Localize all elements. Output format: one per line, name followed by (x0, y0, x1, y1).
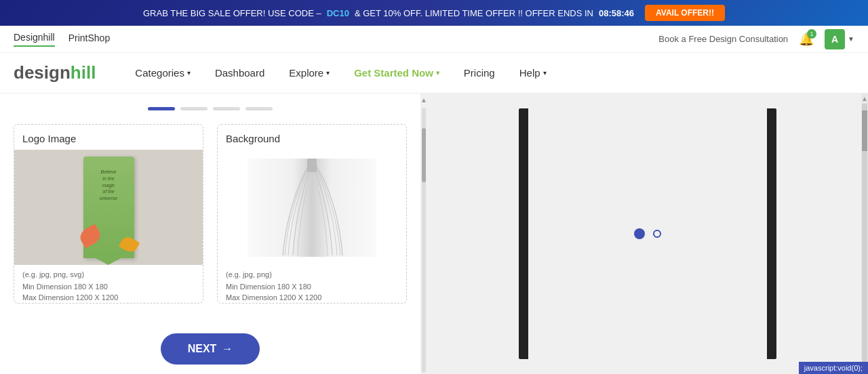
logo-image-area: Believein themagicof theuniverse (14, 150, 203, 265)
notification-bell[interactable]: 🔔 1 (799, 32, 814, 47)
upload-section: Logo Image Believein themagicof theunive… (14, 124, 407, 304)
promo-banner: GRAB THE BIG SALE OFFER! USE CODE – DC10… (0, 0, 868, 26)
background-image-area (218, 150, 406, 265)
logo-hint: (e.g. jpg, png, svg) (14, 265, 203, 281)
right-scroll-thumb[interactable] (862, 110, 867, 151)
bg-card-title: Background (218, 125, 406, 150)
nav-top-right: Book a Free Design Consultation 🔔 1 A ▼ (658, 29, 854, 49)
right-scrollbar: ▲ (861, 94, 868, 374)
nav-item-categories[interactable]: Categories ▾ (123, 53, 203, 94)
step-dot-active (148, 107, 175, 110)
background-card[interactable]: Background (217, 124, 407, 304)
product-left-border (519, 108, 528, 359)
notification-badge: 1 (807, 29, 816, 39)
content-area: Logo Image Believein themagicof theunive… (0, 94, 868, 374)
designhill-link[interactable]: Designhill (14, 32, 55, 47)
logo-card-title: Logo Image (14, 125, 203, 150)
nav-item-help[interactable]: Help ▾ (507, 53, 559, 94)
main-nav: designhill Categories ▾ Dashboard Explor… (0, 53, 868, 94)
bg-hint: (e.g. jpg, png) (218, 265, 406, 281)
nav-item-explore[interactable]: Explore ▾ (277, 53, 342, 94)
bg-min-dim: Min Dimension 180 X 180 (218, 281, 406, 292)
printshop-link[interactable]: PrintShop (68, 33, 110, 46)
leaf-decoration-2 (118, 234, 140, 255)
nav-item-dashboard[interactable]: Dashboard (203, 53, 277, 94)
user-avatar-wrapper[interactable]: A ▼ (825, 29, 854, 49)
stepper-dots (14, 107, 407, 110)
logo-min-dim: Min Dimension 180 X 180 (14, 281, 203, 292)
leaf-decoration-1 (77, 224, 102, 249)
logo[interactable]: designhill (14, 62, 96, 83)
book-preview-image (248, 159, 376, 257)
right-scroll-up[interactable]: ▲ (860, 94, 868, 104)
explore-caret-icon: ▾ (326, 69, 330, 77)
get-started-caret-icon: ▾ (436, 69, 439, 77)
avail-offer-button[interactable]: AVAIL OFFER!! (645, 5, 725, 21)
promo-code: DC10 (327, 8, 349, 18)
svg-rect-0 (307, 159, 317, 172)
logo-design-text: design (14, 62, 71, 83)
js-void-bar: javascript:void(0); (799, 362, 868, 374)
banner-text-suffix: & GET 10% OFF. LIMITED TIME OFFER !! OFF… (355, 8, 593, 18)
product-right-border (767, 108, 776, 359)
next-button-label: NEXT (188, 343, 217, 355)
step-dot-2 (180, 107, 208, 110)
logo-max-dim: Max Dimension 1200 X 1200 (14, 292, 203, 303)
loading-indicator (634, 228, 661, 239)
loading-dot-filled (634, 228, 645, 239)
avatar-chevron-icon: ▼ (848, 35, 854, 43)
scroll-thumb[interactable] (422, 128, 426, 182)
nav-top: Designhill PrintShop Book a Free Design … (0, 26, 868, 53)
logo-image-card[interactable]: Logo Image Believein themagicof theunive… (14, 124, 203, 304)
left-panel: Logo Image Believein themagicof theunive… (0, 94, 420, 374)
next-arrow-icon: → (222, 343, 233, 355)
bg-max-dim: Max Dimension 1200 X 1200 (218, 292, 406, 303)
nav-item-get-started[interactable]: Get Started Now ▾ (342, 53, 452, 94)
nav-item-pricing[interactable]: Pricing (452, 53, 507, 94)
book-pages-fan (248, 159, 376, 257)
step-dot-3 (213, 107, 240, 110)
countdown-timer: 08:58:46 (599, 8, 634, 18)
nav-links: Categories ▾ Dashboard Explore ▾ Get Sta… (123, 53, 854, 94)
center-scrollbar: ▲ (420, 94, 427, 374)
step-dot-4 (245, 107, 273, 110)
banner-text-prefix: GRAB THE BIG SALE OFFER! USE CODE – (143, 8, 321, 18)
user-avatar: A (825, 29, 845, 49)
help-caret-icon: ▾ (543, 69, 547, 77)
logo-preview-image: Believein themagicof theuniverse (83, 157, 134, 258)
right-panel: ▲ (427, 94, 868, 374)
loading-dot-outline (653, 230, 661, 238)
consult-link[interactable]: Book a Free Design Consultation (658, 34, 788, 44)
next-button[interactable]: NEXT → (161, 333, 260, 365)
logo-hill-text: hill (71, 62, 96, 83)
categories-caret-icon: ▾ (187, 69, 191, 77)
scroll-track (422, 108, 426, 373)
right-scroll-track (862, 104, 867, 374)
